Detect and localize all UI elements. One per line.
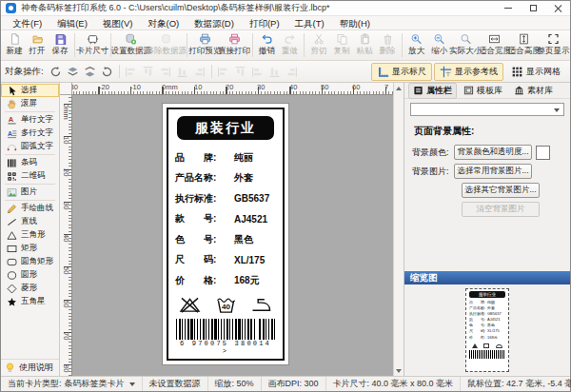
- align-middle-icon: [217, 66, 229, 78]
- copy-icon: [335, 33, 349, 45]
- menu-file[interactable]: 文件(F): [5, 16, 49, 30]
- card-type-dropdown[interactable]: 当前卡片类型: 条码标签类卡片: [1, 377, 143, 391]
- space-horizontal-button[interactable]: [266, 63, 284, 80]
- save-button[interactable]: 保存: [49, 31, 71, 59]
- set-datasource-button[interactable]: 设置数据源: [113, 31, 148, 59]
- tab-material-library[interactable]: 素材库: [509, 83, 558, 99]
- show-guides-toggle[interactable]: 显示参考线: [434, 63, 503, 81]
- paste-button[interactable]: 粘贴: [353, 31, 376, 59]
- remove-datasource-button[interactable]: 移除数据源: [148, 31, 184, 59]
- bg-image-common-button[interactable]: 选择常用背景图片...: [454, 164, 532, 179]
- tool-triangle[interactable]: 三角形: [1, 228, 59, 242]
- fit-width-button[interactable]: 适合宽度: [481, 31, 510, 59]
- tool-label: 五角星: [21, 296, 46, 307]
- tool-circle[interactable]: 圆形: [1, 268, 59, 282]
- open-button[interactable]: 打开: [26, 31, 49, 59]
- actual-size-button[interactable]: 实际大小: [451, 31, 481, 59]
- tool-multi-line-text[interactable]: 多行文字: [1, 127, 59, 140]
- tool-rectangle[interactable]: 矩形: [1, 242, 59, 255]
- align-top-button[interactable]: [174, 63, 191, 80]
- help-button[interactable]: 使用说明: [1, 359, 59, 376]
- fit-height-button[interactable]: 适合高度: [509, 31, 539, 59]
- tool-barcode[interactable]: 条码: [1, 156, 59, 169]
- minimize-button[interactable]: [496, 1, 521, 15]
- button-label: 适合宽度: [479, 46, 511, 57]
- align-right-button[interactable]: [157, 63, 174, 80]
- tool-arc-text[interactable]: 圆弧文字: [1, 140, 59, 153]
- tab-properties[interactable]: 属性栏: [408, 83, 457, 99]
- menu-help[interactable]: 帮助(H): [332, 16, 378, 30]
- full-page-button[interactable]: 整页显示: [539, 31, 568, 59]
- bg-image-clear-button[interactable]: 清空背景图片: [462, 202, 540, 217]
- tool-star[interactable]: 五角星: [1, 295, 59, 308]
- same-size-button[interactable]: [249, 63, 266, 80]
- print-preview-button[interactable]: 打印预览: [190, 31, 220, 59]
- space-vertical-button[interactable]: [284, 63, 301, 80]
- tool-label: 圆弧文字: [21, 141, 53, 152]
- card-size-button[interactable]: 卡片尺寸: [78, 31, 108, 59]
- thumbnail-care-symbols: [469, 342, 505, 348]
- undo-button[interactable]: 撤销: [255, 31, 278, 59]
- tool-qrcode[interactable]: 二维码: [1, 169, 59, 183]
- direct-print-button[interactable]: 直接打印: [220, 31, 249, 59]
- zoom-in-button[interactable]: 放大: [405, 31, 428, 59]
- menu-view[interactable]: 视图(V): [95, 16, 141, 30]
- align-top-icon: [176, 66, 188, 78]
- delete-button[interactable]: 删除: [376, 31, 399, 59]
- object-selector-dropdown[interactable]: [410, 103, 564, 116]
- show-grid-toggle[interactable]: 显示网格: [505, 63, 566, 81]
- bg-color-swatch[interactable]: [536, 146, 550, 160]
- tool-rounded-rectangle[interactable]: 圆角矩形: [1, 255, 59, 268]
- show-ruler-toggle[interactable]: 显示标尺: [371, 63, 432, 81]
- canvas-vertical-scrollbar[interactable]: [393, 83, 404, 376]
- tool-label: 条码: [21, 157, 37, 168]
- menu-datasource[interactable]: 数据源(D): [187, 16, 242, 30]
- close-button[interactable]: [545, 1, 570, 15]
- rotate-button[interactable]: [48, 63, 65, 80]
- ruler-tick-label: 40: [62, 234, 70, 242]
- row-value: GB5637: [234, 193, 276, 204]
- bring-forward-button[interactable]: [65, 63, 82, 80]
- copy-button[interactable]: 复制: [330, 31, 353, 59]
- tool-label: 矩形: [21, 243, 37, 254]
- ruler-tick-label: 10: [194, 83, 202, 91]
- tool-image[interactable]: 图片: [1, 186, 59, 199]
- tool-single-line-text[interactable]: 单行文字: [1, 113, 59, 127]
- zoom-out-button[interactable]: 缩小: [428, 31, 451, 59]
- ruler-tick-label: 30: [257, 83, 265, 91]
- button-label: 复制: [334, 46, 350, 57]
- equal-spacing-button[interactable]: [191, 63, 208, 80]
- scroll-down-button[interactable]: [394, 365, 404, 376]
- tool-select[interactable]: 选择: [1, 84, 59, 97]
- button-label: 移除数据源: [147, 46, 187, 57]
- label-row: 品 牌:纯丽: [175, 149, 276, 167]
- redo-button[interactable]: 重做: [278, 31, 301, 59]
- tool-pan[interactable]: 滚屏: [1, 97, 59, 110]
- tool-line[interactable]: 直线: [1, 215, 59, 228]
- menu-tools[interactable]: 工具(T): [287, 16, 332, 30]
- new-button[interactable]: 新建: [3, 31, 26, 59]
- align-center-button[interactable]: [140, 63, 157, 80]
- menu-print[interactable]: 打印(P): [242, 16, 287, 30]
- ruler-tick-label: 60: [62, 300, 70, 307]
- tool-freehand-curve[interactable]: 手绘曲线: [1, 202, 59, 215]
- bg-color-button[interactable]: 背景颜色和透明度...: [454, 145, 532, 160]
- redo-icon: [283, 33, 297, 45]
- align-bottom-button[interactable]: [232, 63, 249, 80]
- menu-edit[interactable]: 编辑(E): [49, 16, 95, 30]
- tool-diamond[interactable]: 菱形: [1, 282, 59, 295]
- rotate-90-button[interactable]: [99, 63, 116, 80]
- qrcode-icon: [7, 171, 17, 182]
- maximize-button[interactable]: [521, 1, 545, 15]
- scroll-up-button[interactable]: [394, 83, 404, 93]
- cut-button[interactable]: 剪切: [307, 31, 330, 59]
- align-middle-button[interactable]: [215, 63, 232, 80]
- menu-object[interactable]: 对象(O): [140, 16, 187, 30]
- design-canvas[interactable]: -30 -20 -10 0mm 10 20 30 40 50 60 7 0mm …: [60, 83, 404, 376]
- align-bottom-icon: [234, 66, 246, 78]
- tab-template-library[interactable]: 模板库: [459, 83, 507, 99]
- send-backward-button[interactable]: [82, 63, 99, 80]
- bg-image-other-button[interactable]: 选择其它背景图片...: [462, 183, 540, 198]
- align-left-button[interactable]: [123, 63, 140, 80]
- label-design-object[interactable]: 服装行业 品 牌:纯丽 产品名称:外套 执行标准:GB5637 款 号:AJ45…: [163, 104, 288, 364]
